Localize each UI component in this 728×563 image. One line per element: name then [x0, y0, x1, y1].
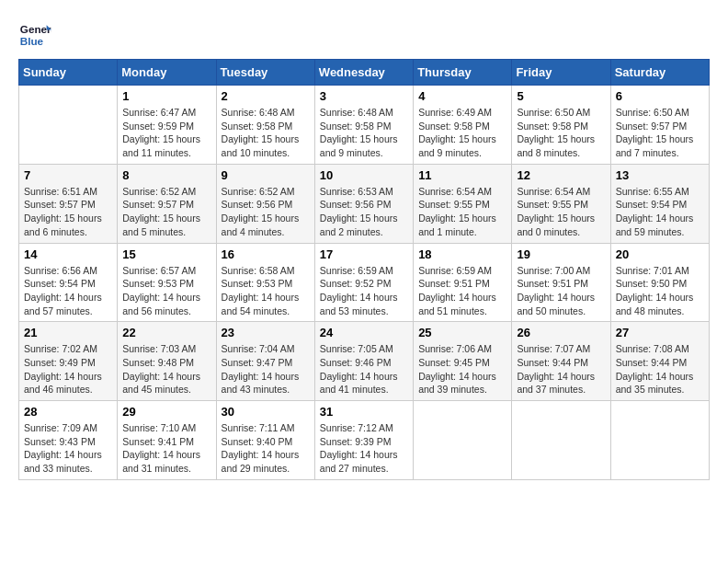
- calendar-cell: 9Sunrise: 6:52 AMSunset: 9:56 PMDaylight…: [216, 164, 314, 243]
- day-info: Sunrise: 6:49 AMSunset: 9:58 PMDaylight:…: [418, 106, 506, 160]
- calendar-body: 1Sunrise: 6:47 AMSunset: 9:59 PMDaylight…: [19, 86, 710, 480]
- calendar-cell: 2Sunrise: 6:48 AMSunset: 9:58 PMDaylight…: [216, 86, 314, 165]
- calendar-cell: [512, 401, 610, 480]
- day-info: Sunrise: 6:50 AMSunset: 9:57 PMDaylight:…: [616, 106, 704, 160]
- day-number: 23: [222, 326, 310, 339]
- day-number: 3: [320, 89, 408, 103]
- weekday-header-tuesday: Tuesday: [216, 60, 314, 86]
- calendar-cell: 25Sunrise: 7:06 AMSunset: 9:45 PMDayligh…: [414, 322, 512, 401]
- calendar-cell: 27Sunrise: 7:08 AMSunset: 9:44 PMDayligh…: [610, 322, 709, 401]
- day-number: 29: [122, 405, 210, 419]
- calendar-cell: 12Sunrise: 6:54 AMSunset: 9:55 PMDayligh…: [512, 164, 610, 243]
- day-info: Sunrise: 6:53 AMSunset: 9:56 PMDaylight:…: [320, 185, 408, 239]
- day-number: 9: [222, 168, 310, 182]
- calendar-cell: 24Sunrise: 7:05 AMSunset: 9:46 PMDayligh…: [314, 322, 413, 401]
- day-info: Sunrise: 6:58 AMSunset: 9:53 PMDaylight:…: [222, 264, 310, 318]
- calendar-cell: 20Sunrise: 7:01 AMSunset: 9:50 PMDayligh…: [610, 243, 709, 322]
- calendar-cell: 11Sunrise: 6:54 AMSunset: 9:55 PMDayligh…: [414, 164, 512, 243]
- calendar-cell: 26Sunrise: 7:07 AMSunset: 9:44 PMDayligh…: [512, 322, 610, 401]
- day-info: Sunrise: 6:48 AMSunset: 9:58 PMDaylight:…: [320, 106, 408, 160]
- day-info: Sunrise: 7:04 AMSunset: 9:47 PMDaylight:…: [222, 342, 310, 396]
- day-number: 12: [517, 168, 605, 182]
- day-info: Sunrise: 6:52 AMSunset: 9:57 PMDaylight:…: [122, 185, 210, 239]
- day-info: Sunrise: 7:09 AMSunset: 9:43 PMDaylight:…: [24, 421, 112, 476]
- day-info: Sunrise: 7:10 AMSunset: 9:41 PMDaylight:…: [122, 421, 210, 476]
- day-number: 24: [320, 326, 408, 339]
- day-number: 15: [122, 247, 210, 261]
- day-number: 30: [222, 405, 310, 419]
- day-number: 13: [616, 168, 704, 182]
- weekday-header-wednesday: Wednesday: [314, 60, 413, 86]
- weekday-header-monday: Monday: [118, 60, 216, 86]
- day-info: Sunrise: 7:07 AMSunset: 9:44 PMDaylight:…: [517, 342, 605, 396]
- calendar-cell: 16Sunrise: 6:58 AMSunset: 9:53 PMDayligh…: [216, 243, 314, 322]
- calendar-cell: 18Sunrise: 6:59 AMSunset: 9:51 PMDayligh…: [414, 243, 512, 322]
- day-number: 31: [320, 405, 408, 419]
- calendar-cell: 6Sunrise: 6:50 AMSunset: 9:57 PMDaylight…: [610, 86, 709, 165]
- calendar-cell: 10Sunrise: 6:53 AMSunset: 9:56 PMDayligh…: [314, 164, 413, 243]
- calendar-cell: [414, 401, 512, 480]
- calendar-week-row: 14Sunrise: 6:56 AMSunset: 9:54 PMDayligh…: [19, 243, 710, 322]
- day-info: Sunrise: 6:47 AMSunset: 9:59 PMDaylight:…: [122, 106, 210, 160]
- calendar-cell: 23Sunrise: 7:04 AMSunset: 9:47 PMDayligh…: [216, 322, 314, 401]
- calendar-week-row: 1Sunrise: 6:47 AMSunset: 9:59 PMDaylight…: [19, 86, 710, 165]
- calendar-cell: 4Sunrise: 6:49 AMSunset: 9:58 PMDaylight…: [414, 86, 512, 165]
- day-info: Sunrise: 6:52 AMSunset: 9:56 PMDaylight:…: [222, 185, 310, 239]
- day-info: Sunrise: 6:55 AMSunset: 9:54 PMDaylight:…: [616, 185, 704, 239]
- day-info: Sunrise: 7:00 AMSunset: 9:51 PMDaylight:…: [517, 264, 605, 318]
- calendar-week-row: 7Sunrise: 6:51 AMSunset: 9:57 PMDaylight…: [19, 164, 710, 243]
- weekday-header-sunday: Sunday: [19, 60, 118, 86]
- day-info: Sunrise: 7:02 AMSunset: 9:49 PMDaylight:…: [24, 342, 112, 396]
- day-info: Sunrise: 6:57 AMSunset: 9:53 PMDaylight:…: [122, 264, 210, 318]
- weekday-header-friday: Friday: [512, 60, 610, 86]
- page-header: General Blue: [18, 18, 710, 52]
- calendar-cell: 1Sunrise: 6:47 AMSunset: 9:59 PMDaylight…: [118, 86, 216, 165]
- calendar-cell: 29Sunrise: 7:10 AMSunset: 9:41 PMDayligh…: [118, 401, 216, 480]
- calendar-cell: 28Sunrise: 7:09 AMSunset: 9:43 PMDayligh…: [19, 401, 118, 480]
- calendar-week-row: 28Sunrise: 7:09 AMSunset: 9:43 PMDayligh…: [19, 401, 710, 480]
- day-number: 25: [418, 326, 506, 339]
- day-number: 6: [616, 89, 704, 103]
- day-number: 20: [616, 247, 704, 261]
- day-number: 28: [24, 405, 112, 419]
- day-number: 10: [320, 168, 408, 182]
- day-number: 26: [517, 326, 605, 339]
- day-number: 19: [517, 247, 605, 261]
- day-number: 18: [418, 247, 506, 261]
- day-info: Sunrise: 6:51 AMSunset: 9:57 PMDaylight:…: [24, 185, 112, 239]
- calendar-cell: 21Sunrise: 7:02 AMSunset: 9:49 PMDayligh…: [19, 322, 118, 401]
- calendar-table: SundayMondayTuesdayWednesdayThursdayFrid…: [18, 59, 710, 480]
- calendar-cell: 17Sunrise: 6:59 AMSunset: 9:52 PMDayligh…: [314, 243, 413, 322]
- day-number: 27: [616, 326, 704, 339]
- day-info: Sunrise: 6:54 AMSunset: 9:55 PMDaylight:…: [418, 185, 506, 239]
- day-number: 1: [122, 89, 210, 103]
- calendar-cell: 13Sunrise: 6:55 AMSunset: 9:54 PMDayligh…: [610, 164, 709, 243]
- day-info: Sunrise: 7:12 AMSunset: 9:39 PMDaylight:…: [320, 421, 408, 476]
- day-info: Sunrise: 7:01 AMSunset: 9:50 PMDaylight:…: [616, 264, 704, 318]
- day-number: 14: [24, 247, 112, 261]
- calendar-cell: 3Sunrise: 6:48 AMSunset: 9:58 PMDaylight…: [314, 86, 413, 165]
- day-info: Sunrise: 7:05 AMSunset: 9:46 PMDaylight:…: [320, 342, 408, 396]
- day-info: Sunrise: 6:59 AMSunset: 9:51 PMDaylight:…: [418, 264, 506, 318]
- weekday-header-saturday: Saturday: [610, 60, 709, 86]
- day-info: Sunrise: 7:08 AMSunset: 9:44 PMDaylight:…: [616, 342, 704, 396]
- day-number: 22: [122, 326, 210, 339]
- day-number: 16: [222, 247, 310, 261]
- day-number: 17: [320, 247, 408, 261]
- calendar-cell: 22Sunrise: 7:03 AMSunset: 9:48 PMDayligh…: [118, 322, 216, 401]
- day-info: Sunrise: 6:59 AMSunset: 9:52 PMDaylight:…: [320, 264, 408, 318]
- calendar-cell: [19, 86, 118, 165]
- calendar-week-row: 21Sunrise: 7:02 AMSunset: 9:49 PMDayligh…: [19, 322, 710, 401]
- calendar-header-row: SundayMondayTuesdayWednesdayThursdayFrid…: [19, 60, 710, 86]
- day-info: Sunrise: 6:54 AMSunset: 9:55 PMDaylight:…: [517, 185, 605, 239]
- day-number: 8: [122, 168, 210, 182]
- day-info: Sunrise: 6:50 AMSunset: 9:58 PMDaylight:…: [517, 106, 605, 160]
- calendar-cell: [610, 401, 709, 480]
- day-info: Sunrise: 7:03 AMSunset: 9:48 PMDaylight:…: [122, 342, 210, 396]
- calendar-cell: 31Sunrise: 7:12 AMSunset: 9:39 PMDayligh…: [314, 401, 413, 480]
- day-number: 21: [24, 326, 112, 339]
- day-info: Sunrise: 6:48 AMSunset: 9:58 PMDaylight:…: [222, 106, 310, 160]
- calendar-cell: 30Sunrise: 7:11 AMSunset: 9:40 PMDayligh…: [216, 401, 314, 480]
- day-info: Sunrise: 7:06 AMSunset: 9:45 PMDaylight:…: [418, 342, 506, 396]
- day-number: 4: [418, 89, 506, 103]
